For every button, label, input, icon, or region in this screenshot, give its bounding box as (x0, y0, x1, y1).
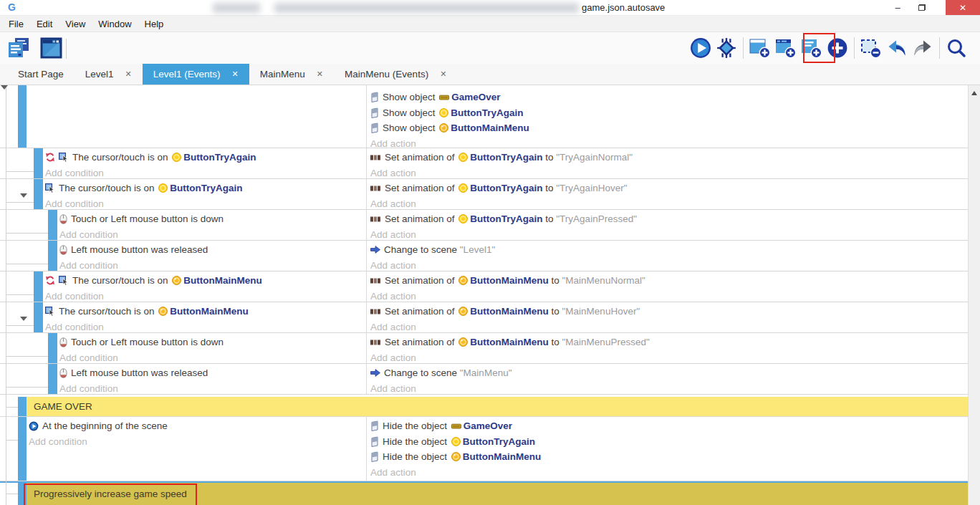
event-indent-bar[interactable] (48, 333, 57, 363)
comment-increase-speed[interactable]: Progressively increase game speed (0, 481, 968, 505)
event-indent-bar[interactable] (48, 364, 57, 394)
condition-line[interactable]: Add condition (59, 381, 366, 397)
conditions-cell[interactable]: Touch or Left mouse button is downAdd co… (59, 210, 366, 240)
condition-line[interactable]: Add condition (45, 165, 366, 181)
start-page-editor-button[interactable] (39, 35, 64, 61)
action-line[interactable]: Set animation of ButtonTryAgain to "TryA… (370, 150, 968, 165)
cursor-not-on-mainmenu[interactable]: The cursor/touch is on ButtonMainMenuAdd… (0, 271, 968, 302)
project-manager-button[interactable] (6, 35, 32, 61)
search-button[interactable] (943, 35, 969, 61)
mainmenu-released[interactable]: Left mouse button was releasedAdd condit… (0, 364, 968, 395)
cursor-on-tryagain[interactable]: The cursor/touch is on ButtonTryAgainAdd… (0, 179, 968, 210)
add-action-link[interactable]: Add action (370, 198, 416, 209)
action-line[interactable]: Add action (370, 258, 968, 274)
condition-line[interactable]: The cursor/touch is on ButtonTryAgain (45, 181, 366, 196)
action-line[interactable]: Show object GameOver (370, 90, 968, 105)
conditions-cell[interactable]: Left mouse button was releasedAdd condit… (59, 364, 366, 394)
actions-cell[interactable]: Set animation of ButtonTryAgain to "TryA… (370, 179, 968, 209)
event-indent-bar[interactable] (48, 241, 57, 271)
condition-line[interactable]: Add condition (59, 258, 366, 274)
actions-cell[interactable]: Set animation of ButtonTryAgain to "TryA… (370, 210, 968, 240)
conditions-cell[interactable]: The cursor/touch is on ButtonMainMenuAdd… (45, 271, 366, 302)
menu-file[interactable]: File (2, 19, 30, 29)
actions-cell[interactable]: Set animation of ButtonMainMenu to "Main… (370, 271, 968, 302)
condition-line[interactable]: The cursor/touch is on ButtonTryAgain (45, 150, 366, 165)
event-indent-bar[interactable] (48, 210, 57, 240)
add-action-link[interactable]: Add action (370, 168, 416, 178)
actions-cell[interactable]: Set animation of ButtonTryAgain to "TryA… (370, 148, 968, 178)
add-comment-button[interactable] (799, 35, 825, 61)
action-line[interactable]: Add action (370, 196, 968, 212)
add-condition-link[interactable]: Add condition (59, 229, 118, 240)
add-condition-link[interactable]: Add condition (45, 198, 104, 209)
event-indent-bar[interactable] (18, 417, 27, 481)
add-condition-link[interactable]: Add condition (45, 168, 104, 178)
action-line[interactable]: Add action (370, 319, 968, 335)
add-event-button[interactable] (747, 35, 773, 61)
condition-line[interactable]: Touch or Left mouse button is down (59, 211, 366, 227)
action-line[interactable]: Hide the object GameOver (370, 418, 968, 434)
condition-line[interactable]: The cursor/touch is on ButtonMainMenu (45, 304, 366, 319)
add-condition-link[interactable]: Add condition (59, 260, 118, 271)
add-action-link[interactable]: Add action (370, 229, 416, 240)
actions-cell[interactable]: Set animation of ButtonMainMenu to "Main… (370, 333, 968, 363)
scroll-up-icon[interactable] (971, 91, 977, 95)
condition-line[interactable]: The cursor/touch is on ButtonMainMenu (45, 273, 366, 289)
minimize-button[interactable]: – (887, 0, 908, 15)
actions-cell[interactable]: Hide the object GameOverHide the object … (370, 417, 968, 481)
conditions-cell[interactable]: Touch or Left mouse button is downAdd co… (59, 333, 366, 363)
tab-close-icon[interactable]: ✕ (317, 70, 323, 78)
show-gameover-block[interactable]: Show object GameOverShow object ButtonTr… (0, 85, 968, 148)
menu-window[interactable]: Window (92, 19, 138, 29)
add-action-link[interactable]: Add action (370, 383, 416, 394)
add-condition-link[interactable]: Add condition (59, 383, 118, 394)
action-line[interactable]: Set animation of ButtonTryAgain to "TryA… (370, 211, 968, 227)
event-indent-bar[interactable] (34, 302, 43, 332)
add-condition-link[interactable]: Add condition (45, 322, 104, 332)
condition-line[interactable]: Add condition (45, 289, 366, 304)
debug-button[interactable] (714, 35, 739, 61)
comment-game-over[interactable]: GAME OVER (0, 397, 968, 417)
add-condition-link[interactable]: Add condition (59, 352, 118, 363)
condition-line[interactable]: Add condition (29, 434, 366, 450)
action-line[interactable]: Show object ButtonTryAgain (370, 105, 968, 121)
action-line[interactable]: Set animation of ButtonMainMenu to "Main… (370, 304, 968, 319)
add-action-link[interactable]: Add action (370, 352, 416, 363)
conditions-cell[interactable]: The cursor/touch is on ButtonTryAgainAdd… (45, 148, 366, 178)
add-condition-link[interactable]: Add condition (29, 436, 87, 447)
action-line[interactable]: Change to scene "Level1" (370, 242, 968, 258)
cursor-not-on-tryagain[interactable]: The cursor/touch is on ButtonTryAgainAdd… (0, 148, 968, 179)
tab-mainmenu-events-[interactable]: MainMenu (Events)✕ (334, 64, 457, 85)
conditions-cell[interactable]: At the beginning of the sceneAdd conditi… (29, 417, 366, 481)
add-action-link[interactable]: Add action (370, 291, 416, 302)
conditions-cell[interactable]: The cursor/touch is on ButtonMainMenuAdd… (45, 302, 366, 332)
remove-selection-button[interactable] (858, 35, 884, 61)
tab-level1-events-[interactable]: Level1 (Events)✕ (143, 64, 249, 85)
add-action-link[interactable]: Add action (370, 260, 416, 271)
action-line[interactable]: Hide the object ButtonMainMenu (370, 449, 968, 465)
event-indent-bar[interactable] (34, 271, 43, 302)
tab-close-icon[interactable]: ✕ (232, 70, 239, 78)
event-indent-bar[interactable] (34, 179, 43, 209)
action-line[interactable]: Show object ButtonMainMenu (370, 120, 968, 136)
tab-close-icon[interactable]: ✕ (125, 70, 132, 78)
close-button[interactable]: ✕ (946, 0, 980, 15)
event-indent-bar[interactable] (34, 148, 43, 178)
conditions-cell[interactable] (29, 85, 366, 148)
action-line[interactable]: Add action (370, 381, 968, 397)
condition-line[interactable]: Touch or Left mouse button is down (59, 335, 366, 350)
actions-cell[interactable]: Show object GameOverShow object ButtonTr… (370, 85, 968, 148)
menu-view[interactable]: View (59, 19, 92, 29)
action-line[interactable]: Add action (370, 289, 968, 304)
tab-start-page[interactable]: Start Page (7, 64, 75, 85)
mainmenu-pressed[interactable]: Touch or Left mouse button is downAdd co… (0, 333, 968, 364)
action-line[interactable]: Hide the object ButtonTryAgain (370, 434, 968, 450)
actions-cell[interactable]: Change to scene "Level1"Add action (370, 241, 968, 271)
condition-line[interactable]: Add condition (59, 350, 366, 366)
actions-cell[interactable]: Set animation of ButtonMainMenu to "Main… (370, 302, 968, 332)
action-line[interactable]: Add action (370, 350, 968, 366)
action-line[interactable]: Add action (370, 165, 968, 181)
condition-line[interactable]: At the beginning of the scene (29, 418, 366, 434)
play-button[interactable] (688, 35, 714, 61)
action-line[interactable]: Change to scene "MainMenu" (370, 365, 968, 381)
